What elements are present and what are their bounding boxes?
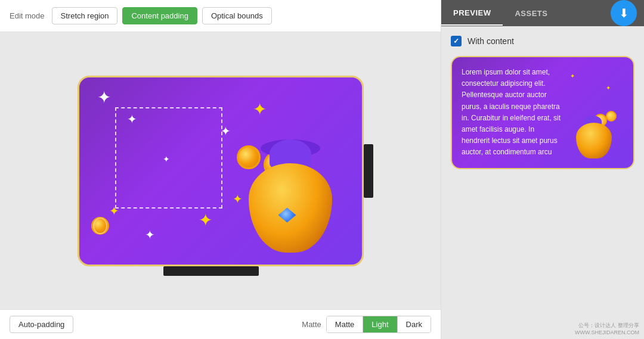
canvas-area: ✦ ✦ ✦ ✦ ✦ ✦ ✦ ✦ ✦ <box>0 32 441 309</box>
sparkle-8: ✦ <box>233 193 243 205</box>
with-content-label: With content <box>467 36 514 46</box>
handle-right[interactable] <box>364 144 373 198</box>
download-button[interactable]: ⬇ <box>611 0 637 26</box>
coin-1 <box>91 217 109 235</box>
main-container: Edit mode Stretch region Content padding… <box>0 0 644 339</box>
mini-sparkle-1: ✦ <box>570 73 575 79</box>
preview-tab[interactable]: PREVIEW <box>441 1 503 26</box>
edit-mode-label: Edit mode <box>10 11 45 20</box>
mini-bag-body <box>576 123 612 158</box>
bottom-toolbar: Auto-padding Matte Matte Light Dark <box>0 309 441 339</box>
with-content-row: With content <box>451 36 634 46</box>
download-icon: ⬇ <box>619 6 629 20</box>
left-panel: Edit mode Stretch region Content padding… <box>0 0 441 339</box>
auto-padding-button[interactable]: Auto-padding <box>10 316 73 333</box>
handle-bottom[interactable] <box>163 266 259 276</box>
watermark-line1: 公号：设计达人 整理分享 <box>575 322 639 329</box>
preview-card: Lorem ipsum dolor sit amet, consectetur … <box>451 56 634 169</box>
spill-coin-2 <box>237 145 261 169</box>
light-button[interactable]: Light <box>363 316 397 332</box>
stretch-region-tab[interactable]: Stretch region <box>52 7 118 24</box>
sparkle-5: ✦ <box>145 229 155 241</box>
nine-patch-image[interactable]: ✦ ✦ ✦ ✦ ✦ ✦ ✦ ✦ ✦ <box>78 76 364 266</box>
optical-bounds-tab[interactable]: Optical bounds <box>202 7 272 24</box>
right-content: With content Lorem ipsum dolor sit amet,… <box>441 26 644 339</box>
assets-tab[interactable]: ASSETS <box>503 2 559 25</box>
preview-image-area: ✦ ✦ <box>570 67 624 158</box>
matte-label: Matte <box>302 320 321 329</box>
mini-sparkle-2: ✦ <box>606 85 611 91</box>
matte-button[interactable]: Matte <box>327 316 363 332</box>
gem <box>278 208 296 223</box>
dark-button[interactable]: Dark <box>397 316 431 332</box>
with-content-checkbox[interactable] <box>451 36 462 46</box>
bag-body <box>249 163 332 253</box>
watermark-line2: WWW.SHEJIDAREN.COM <box>575 329 639 337</box>
content-padding-tab[interactable]: Content padding <box>122 7 197 24</box>
theme-group: Matte Light Dark <box>326 316 431 333</box>
sparkle-4: ✦ <box>109 205 119 217</box>
sparkle-6: ✦ <box>199 212 212 229</box>
sparkle-7: ✦ <box>221 125 231 137</box>
treasure-bag <box>243 139 338 253</box>
preview-text: Lorem ipsum dolor sit amet, consectetur … <box>462 67 563 158</box>
toolbar: Edit mode Stretch region Content padding… <box>0 0 441 32</box>
right-tabs: PREVIEW ASSETS ⬇ <box>441 0 644 26</box>
mini-bag <box>573 111 621 158</box>
sparkle-1: ✦ <box>97 89 111 106</box>
sparkle-9: ✦ <box>163 155 170 163</box>
watermark: 公号：设计达人 整理分享 WWW.SHEJIDAREN.COM <box>575 322 639 337</box>
right-panel: PREVIEW ASSETS ⬇ With content Lorem ipsu… <box>441 0 644 339</box>
sparkle-3: ✦ <box>253 101 267 118</box>
sparkle-2: ✦ <box>127 113 137 125</box>
mini-coin-2 <box>606 111 617 122</box>
nine-patch-container: ✦ ✦ ✦ ✦ ✦ ✦ ✦ ✦ ✦ <box>78 76 364 266</box>
